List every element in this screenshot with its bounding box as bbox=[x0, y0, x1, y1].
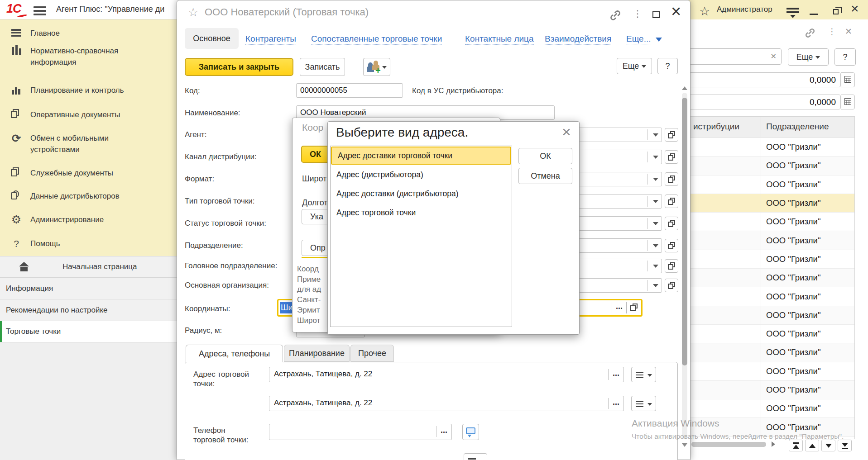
sidebar-item-glavnoe[interactable]: Главное bbox=[0, 28, 177, 39]
sidebar-item-planning[interactable]: Планирование и контроль bbox=[0, 85, 177, 96]
tab-interactions[interactable]: Взаимодействия bbox=[545, 34, 611, 45]
reference-icon bbox=[10, 45, 23, 68]
window-menu-icon[interactable] bbox=[786, 8, 799, 18]
link-icon[interactable] bbox=[805, 28, 815, 40]
dropdown-arrow-icon[interactable] bbox=[653, 244, 658, 247]
dropdown-arrow-icon[interactable] bbox=[653, 200, 658, 203]
go-last-button[interactable] bbox=[838, 440, 852, 451]
window-title: ООО Новатерский (Торговая точка) bbox=[205, 6, 369, 18]
sidebar-item-recommendations[interactable]: Рекомендации по настройке bbox=[0, 299, 177, 321]
sidebar-item-mobile-exchange[interactable]: ⟳ Обмен с мобильными устройствами bbox=[0, 133, 177, 155]
clear-icon[interactable]: ✕ bbox=[771, 52, 777, 61]
ellipsis-button[interactable]: ... bbox=[609, 367, 623, 382]
scrollbar-thumb[interactable] bbox=[682, 98, 687, 365]
sidebar-item-administration[interactable]: ⚙ Администрирование bbox=[0, 214, 177, 225]
address-kind-list: Адрес доставки торговой точкиАдрес (дист… bbox=[330, 146, 512, 327]
go-next-button[interactable] bbox=[821, 440, 835, 451]
gear-icon: ⚙ bbox=[10, 214, 23, 225]
open-button[interactable] bbox=[665, 150, 678, 164]
close-icon[interactable]: × bbox=[562, 123, 571, 141]
scrollbar-down-icon[interactable] bbox=[682, 443, 687, 447]
dropdown-arrow-icon[interactable] bbox=[653, 222, 658, 225]
close-panel-icon[interactable]: ✕ bbox=[845, 26, 852, 37]
dropdown-arrow-icon[interactable] bbox=[653, 178, 658, 181]
ellipsis-button[interactable]: ... bbox=[612, 300, 626, 315]
sms-button[interactable] bbox=[462, 424, 479, 440]
scroll-right-arrow[interactable] bbox=[772, 441, 775, 447]
dropdown-arrow-icon[interactable] bbox=[653, 156, 658, 159]
dropdown-arrow-icon[interactable] bbox=[653, 133, 658, 137]
close-icon[interactable]: × bbox=[851, 1, 859, 16]
ellipsis-button[interactable]: ... bbox=[609, 396, 623, 411]
help-button[interactable]: ? bbox=[834, 48, 856, 66]
tab-kontragenty[interactable]: Контрагенты bbox=[245, 34, 296, 45]
calculator-button[interactable] bbox=[841, 95, 855, 109]
go-previous-button[interactable] bbox=[805, 440, 819, 451]
tab-more[interactable]: Еще... bbox=[626, 34, 662, 44]
column-header-channel[interactable]: истрибуции bbox=[693, 122, 739, 132]
field-label-coords: Координаты: bbox=[185, 304, 230, 313]
open-button[interactable] bbox=[665, 128, 678, 142]
tab-addresses[interactable]: Адреса, телефоны bbox=[186, 345, 283, 362]
minimize-icon[interactable] bbox=[810, 14, 818, 15]
open-button[interactable] bbox=[665, 194, 678, 208]
tab-other[interactable]: Прочее bbox=[350, 345, 394, 362]
tab-main[interactable]: Основное bbox=[185, 28, 239, 49]
sidebar-item-help[interactable]: ? Помощь bbox=[0, 238, 177, 249]
address-menu-button[interactable] bbox=[631, 367, 656, 382]
open-button[interactable] bbox=[665, 239, 678, 252]
sidebar-item-trade-points[interactable]: Торговые точки bbox=[0, 321, 177, 342]
tab-planning[interactable]: Планирование bbox=[284, 345, 350, 362]
sidebar-item-operative-docs[interactable]: Оперативные документы bbox=[0, 109, 177, 120]
phone-input[interactable]: ... bbox=[269, 424, 452, 440]
list-item[interactable]: Адрес (дистрибьютора) bbox=[331, 165, 512, 184]
tab-contacts[interactable]: Контактные лица bbox=[465, 34, 534, 45]
sidebar-item-home[interactable]: Начальная страница bbox=[0, 256, 177, 277]
kod-input[interactable]: 00000000055 bbox=[296, 83, 403, 98]
favorite-star-icon[interactable]: ☆ bbox=[188, 5, 198, 19]
calculator-button[interactable] bbox=[841, 72, 855, 87]
save-and-close-button[interactable]: Записать и закрыть bbox=[185, 58, 293, 76]
close-icon[interactable]: × bbox=[671, 2, 681, 21]
sidebar-item-service-docs[interactable]: Служебные документы bbox=[0, 167, 177, 179]
main-menu-icon[interactable] bbox=[34, 6, 46, 17]
more-menu-icon[interactable]: ⋮ bbox=[828, 26, 836, 37]
address-menu-button[interactable] bbox=[631, 396, 656, 411]
list-item[interactable]: Адрес доставки (дистрибьютора) bbox=[331, 184, 512, 203]
favorite-star-icon[interactable]: ☆ bbox=[699, 4, 710, 19]
scrollbar-up-icon[interactable] bbox=[682, 86, 687, 90]
help-button[interactable]: ? bbox=[657, 58, 678, 74]
sidebar-item-distributor-data[interactable]: Данные дистрибьюторов bbox=[0, 190, 177, 202]
tab-matched-points[interactable]: Сопоставленные торговые точки bbox=[311, 34, 442, 45]
list-item[interactable]: Адрес доставки торговой точки bbox=[331, 147, 511, 165]
ok-button[interactable]: ОК bbox=[518, 148, 572, 164]
ellipsis-button[interactable]: ... bbox=[436, 424, 451, 440]
dropdown-arrow-icon[interactable] bbox=[653, 284, 658, 287]
go-first-button[interactable] bbox=[789, 440, 803, 451]
restore-icon[interactable] bbox=[833, 9, 839, 14]
address-input-1[interactable]: Астрахань, Татищева, д. 22... bbox=[269, 367, 624, 382]
more-button[interactable]: Еще bbox=[788, 48, 829, 66]
sidebar-item-nsi[interactable]: Нормативно-справочная информация bbox=[0, 45, 177, 68]
open-button[interactable] bbox=[665, 279, 678, 292]
add-contact-button[interactable]: + bbox=[363, 58, 390, 76]
maximize-icon[interactable] bbox=[652, 11, 660, 18]
field-label-name: Наименование: bbox=[185, 109, 240, 118]
list-item[interactable]: Адрес торговой точки bbox=[331, 203, 512, 222]
save-button[interactable]: Записать bbox=[300, 58, 345, 76]
menu-button-partial[interactable] bbox=[464, 453, 487, 460]
open-button[interactable] bbox=[665, 259, 678, 273]
open-button[interactable] bbox=[665, 217, 678, 230]
address-input-2[interactable]: Астрахань, Татищева, д. 22... bbox=[269, 396, 624, 411]
sidebar-item-information[interactable]: Информация bbox=[0, 277, 177, 299]
column-divider bbox=[761, 117, 761, 137]
link-icon[interactable] bbox=[609, 10, 621, 23]
open-button[interactable] bbox=[627, 300, 641, 315]
open-button[interactable] bbox=[665, 172, 678, 186]
more-menu-icon[interactable]: ⋮ bbox=[633, 8, 642, 19]
column-header-division[interactable]: Подразделение bbox=[766, 122, 829, 132]
horizontal-scrollbar-thumb[interactable] bbox=[691, 442, 766, 447]
dropdown-arrow-icon[interactable] bbox=[653, 265, 658, 268]
more-button[interactable]: Еще bbox=[617, 58, 652, 74]
cancel-button[interactable]: Отмена bbox=[518, 168, 572, 184]
